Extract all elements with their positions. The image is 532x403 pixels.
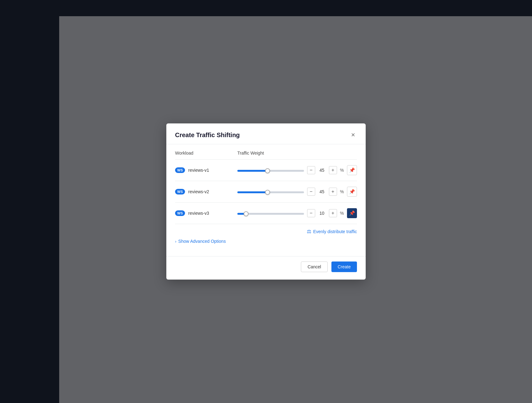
traffic-control-v1: − 45 + % 📌 (237, 165, 357, 175)
ws-badge-v1: WS (175, 167, 185, 173)
modal-overlay: Create Traffic Shifting × Workload Traff… (0, 0, 532, 403)
workload-row-reviews-v1: WS reviews-v1 − 45 + % 📌 (175, 160, 357, 181)
decrement-v3[interactable]: − (307, 209, 315, 217)
pin-button-v2[interactable]: 📌 (347, 187, 357, 197)
create-traffic-shifting-modal: Create Traffic Shifting × Workload Traff… (166, 123, 366, 280)
distribute-label: Evenly distribute traffic (313, 229, 357, 234)
advanced-options-row: › Show Advanced Options (175, 236, 357, 250)
modal-close-button[interactable]: × (349, 131, 357, 139)
increment-v3[interactable]: + (329, 209, 337, 217)
workload-column-header: Workload (175, 151, 237, 156)
increment-v2[interactable]: + (329, 188, 337, 196)
workload-row-reviews-v3: WS reviews-v3 − 10 + % 📌 (175, 203, 357, 224)
decrement-v1[interactable]: − (307, 166, 315, 174)
slider-v3[interactable] (237, 213, 304, 215)
slider-wrapper-v2 (237, 189, 304, 194)
decrement-v2[interactable]: − (307, 188, 315, 196)
ws-badge-v3: WS (175, 210, 185, 216)
pct-label-v3: % (340, 211, 344, 216)
ws-badge-v2: WS (175, 189, 185, 194)
distribute-icon: ⚖ (307, 228, 311, 234)
cancel-button[interactable]: Cancel (301, 261, 328, 272)
workload-row-reviews-v2: WS reviews-v2 − 45 + % 📌 (175, 181, 357, 203)
create-button[interactable]: Create (331, 261, 357, 272)
traffic-weight-column-header: Traffic Weight (237, 151, 357, 156)
modal-footer: Cancel Create (166, 256, 366, 280)
increment-v1[interactable]: + (329, 166, 337, 174)
workload-name-v1: WS reviews-v1 (175, 167, 237, 173)
workload-label-v2: reviews-v2 (188, 189, 209, 194)
chevron-right-icon: › (175, 239, 176, 244)
workload-name-v2: WS reviews-v2 (175, 189, 237, 194)
value-display-v3: 10 (318, 211, 326, 216)
value-display-v1: 45 (318, 168, 326, 173)
slider-v1[interactable] (237, 170, 304, 172)
pct-label-v2: % (340, 189, 344, 194)
value-display-v2: 45 (318, 189, 326, 194)
distribute-row: ⚖ Evenly distribute traffic (175, 224, 357, 236)
traffic-control-v2: − 45 + % 📌 (237, 187, 357, 197)
table-header: Workload Traffic Weight (175, 151, 357, 160)
workload-label-v3: reviews-v3 (188, 211, 209, 216)
advanced-options-label: Show Advanced Options (178, 239, 226, 244)
workload-label-v1: reviews-v1 (188, 168, 209, 173)
distribute-traffic-link[interactable]: ⚖ Evenly distribute traffic (307, 228, 357, 234)
modal-header: Create Traffic Shifting × (166, 123, 366, 144)
slider-wrapper-v3 (237, 210, 304, 216)
advanced-options-toggle[interactable]: › Show Advanced Options (175, 239, 226, 244)
modal-body: Workload Traffic Weight WS reviews-v1 − … (166, 144, 366, 256)
pin-button-v3[interactable]: 📌 (347, 208, 357, 218)
modal-title: Create Traffic Shifting (175, 132, 240, 139)
pct-label-v1: % (340, 168, 344, 173)
slider-wrapper-v1 (237, 167, 304, 173)
pin-button-v1[interactable]: 📌 (347, 165, 357, 175)
workload-name-v3: WS reviews-v3 (175, 210, 237, 216)
traffic-control-v3: − 10 + % 📌 (237, 208, 357, 218)
slider-v2[interactable] (237, 191, 304, 193)
